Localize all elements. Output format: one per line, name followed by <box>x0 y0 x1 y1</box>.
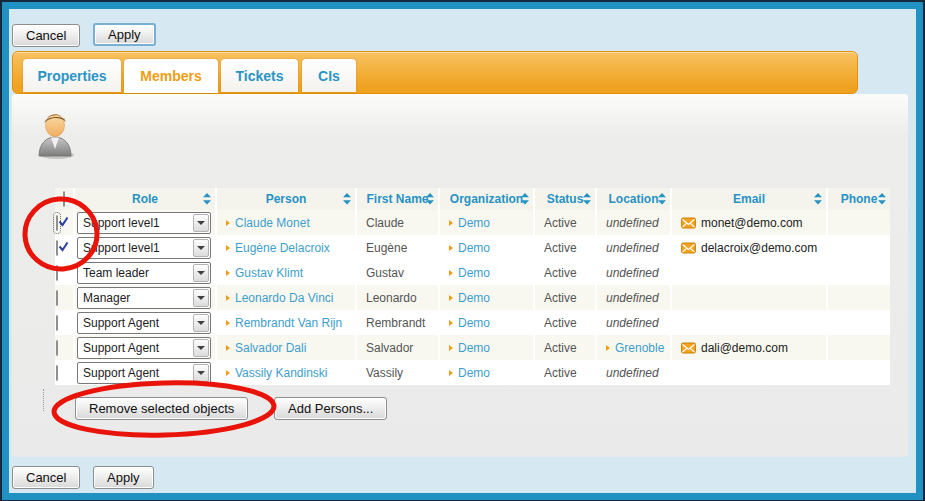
cancel-button-bottom[interactable]: Cancel <box>12 466 80 489</box>
column-header-location[interactable]: Location <box>597 188 672 210</box>
column-header-first-name[interactable]: First Name <box>357 188 440 210</box>
cell-person: Rembrandt Van Rijn <box>217 310 357 335</box>
row-checkbox[interactable] <box>56 240 58 256</box>
link-bullet-icon <box>449 345 453 351</box>
organization-link[interactable]: Demo <box>458 341 490 355</box>
cell-phone <box>828 210 890 235</box>
row-checkbox[interactable] <box>56 340 58 356</box>
column-header-phone[interactable]: Phone <box>828 188 890 210</box>
status-text: Active <box>536 341 594 355</box>
organization-link[interactable]: Demo <box>458 266 490 280</box>
cell-role: Support level1 <box>75 210 217 235</box>
cell-phone <box>828 235 890 260</box>
column-header-organization[interactable]: Organization <box>440 188 535 210</box>
link-bullet-icon <box>606 345 610 351</box>
dropdown-button[interactable] <box>193 314 209 332</box>
role-select[interactable]: Team leader <box>77 262 211 284</box>
status-text: Active <box>536 216 594 230</box>
row-checkbox[interactable] <box>56 290 58 306</box>
dropdown-button[interactable] <box>193 364 209 382</box>
link-bullet-icon <box>226 220 230 226</box>
table-row: Support AgentSalvador DaliSalvadorDemoAc… <box>55 335 890 360</box>
row-checkbox[interactable] <box>56 365 58 381</box>
organization-link[interactable]: Demo <box>458 216 490 230</box>
sort-icon <box>343 193 351 205</box>
role-select[interactable]: Support level1 <box>77 237 211 259</box>
person-link[interactable]: Eugène Delacroix <box>235 241 330 255</box>
cell-status: Active <box>535 260 597 285</box>
chevron-down-icon <box>197 246 205 250</box>
table-row: ManagerLeonardo Da VinciLeonardoDemoActi… <box>55 285 890 310</box>
cell-first-name: Salvador <box>357 335 440 360</box>
person-link[interactable]: Rembrandt Van Rijn <box>235 316 342 330</box>
page: Cancel Apply PropertiesMembersTicketsCIs <box>0 0 925 501</box>
role-select[interactable]: Support Agent <box>77 337 211 359</box>
cell-organization: Demo <box>440 210 535 235</box>
column-header-role[interactable]: Role <box>75 188 217 210</box>
role-select[interactable]: Manager <box>77 287 211 309</box>
dropdown-button[interactable] <box>193 264 209 282</box>
table-row: Support AgentVassily KandinskiVassilyDem… <box>55 360 890 385</box>
organization-link[interactable]: Demo <box>458 316 490 330</box>
role-select[interactable]: Support Agent <box>77 362 211 384</box>
cell-phone <box>828 310 890 335</box>
role-select-value: Support Agent <box>83 341 159 355</box>
cell-location: undefined <box>597 310 672 335</box>
organization-link[interactable]: Demo <box>458 241 490 255</box>
dropdown-button[interactable] <box>193 339 209 357</box>
dropdown-button[interactable] <box>193 239 209 257</box>
cell-organization: Demo <box>440 260 535 285</box>
remove-selected-button[interactable]: Remove selected objects <box>75 397 248 420</box>
location-link[interactable]: Grenoble <box>615 341 664 355</box>
chevron-down-icon <box>197 296 205 300</box>
cell-first-name: Gustav <box>357 260 440 285</box>
cell-checkbox <box>55 260 75 285</box>
apply-button-bottom[interactable]: Apply <box>93 466 154 489</box>
apply-button-top[interactable]: Apply <box>93 23 156 46</box>
cell-status: Active <box>535 310 597 335</box>
organization-link[interactable]: Demo <box>458 366 490 380</box>
cell-phone <box>828 360 890 385</box>
person-link[interactable]: Leonardo Da Vinci <box>235 291 334 305</box>
dropdown-button[interactable] <box>193 289 209 307</box>
add-persons-button[interactable]: Add Persons... <box>274 397 387 420</box>
organization-link[interactable]: Demo <box>458 291 490 305</box>
cell-person: Claude Monet <box>217 210 357 235</box>
role-select[interactable]: Support Agent <box>77 312 211 334</box>
row-checkbox[interactable] <box>56 315 58 331</box>
person-link[interactable]: Claude Monet <box>235 216 310 230</box>
cell-status: Active <box>535 285 597 310</box>
tab-cis[interactable]: CIs <box>302 59 356 92</box>
cell-person: Leonardo Da Vinci <box>217 285 357 310</box>
column-header-label: Location <box>609 192 659 206</box>
role-select-value: Manager <box>83 291 130 305</box>
cell-organization: Demo <box>440 285 535 310</box>
role-select[interactable]: Support level1 <box>77 212 211 234</box>
tab-tickets[interactable]: Tickets <box>221 59 298 92</box>
column-header-select-all[interactable] <box>55 188 75 210</box>
row-checkbox[interactable] <box>56 265 58 281</box>
link-bullet-icon <box>226 345 230 351</box>
cell-phone <box>828 260 890 285</box>
person-link[interactable]: Gustav Klimt <box>235 266 303 280</box>
person-link[interactable]: Vassily Kandinski <box>235 366 327 380</box>
cancel-button-top[interactable]: Cancel <box>12 24 80 47</box>
column-header-label: Organization <box>450 192 523 206</box>
cell-person: Salvador Dali <box>217 335 357 360</box>
row-checkbox[interactable] <box>56 215 58 231</box>
dropdown-button[interactable] <box>193 214 209 232</box>
tab-properties[interactable]: Properties <box>23 59 121 92</box>
column-header-status[interactable]: Status <box>535 188 597 210</box>
chevron-down-icon <box>197 371 205 375</box>
tab-members[interactable]: Members <box>124 59 218 93</box>
cell-role: Support level1 <box>75 235 217 260</box>
person-link[interactable]: Salvador Dali <box>235 341 306 355</box>
cell-first-name: Rembrandt <box>357 310 440 335</box>
cell-organization: Demo <box>440 360 535 385</box>
cell-checkbox <box>55 210 75 235</box>
column-header-email[interactable]: Email <box>672 188 828 210</box>
cell-status: Active <box>535 210 597 235</box>
select-all-checkbox[interactable] <box>63 191 65 207</box>
status-text: Active <box>536 316 594 330</box>
column-header-person[interactable]: Person <box>217 188 357 210</box>
